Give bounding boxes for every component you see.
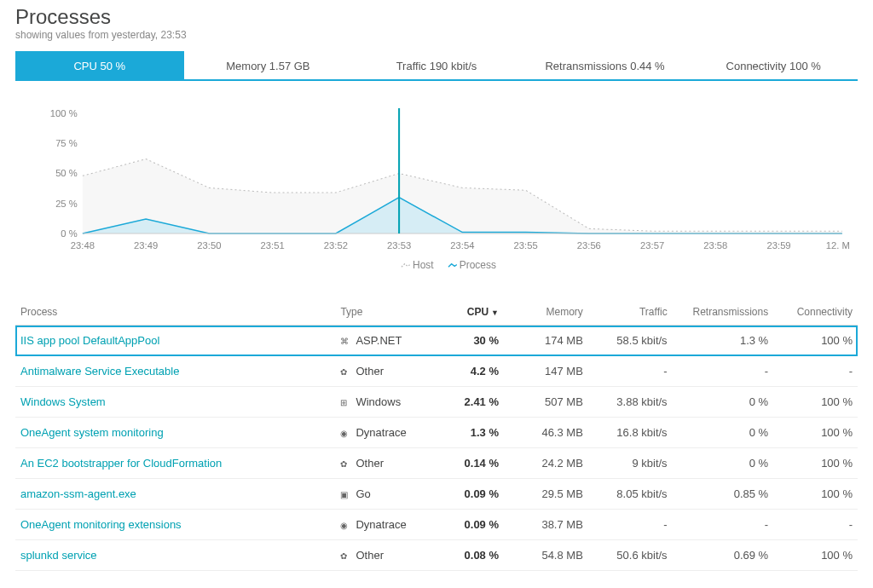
table-row[interactable]: OneAgent system monitoring◉Dynatrace1.3 … <box>15 418 858 448</box>
page-title: Processes <box>15 5 858 29</box>
table-row[interactable]: An EC2 bootstrapper for CloudFormation✿O… <box>15 448 858 479</box>
col-retransmissions[interactable]: Retransmissions <box>673 299 774 326</box>
cell-cpu: 0.08 % <box>436 540 504 571</box>
cell-cpu: 0.09 % <box>436 479 504 510</box>
col-process[interactable]: Process <box>15 299 335 326</box>
col-connectivity[interactable]: Connectivity <box>773 299 858 326</box>
cell-memory: 507 MB <box>504 387 588 418</box>
cell-traffic: 58.5 kbit/s <box>588 326 673 356</box>
svg-text:12. Mar: 12. Mar <box>826 240 849 251</box>
aspnet-icon: ⌘ <box>340 337 350 347</box>
process-table: Process Type CPU▼ Memory Traffic Retrans… <box>15 299 858 571</box>
cell-traffic: - <box>588 356 673 387</box>
dynatrace-icon: ◉ <box>340 521 350 531</box>
windows-icon: ⊞ <box>340 398 350 408</box>
cell-conn: 100 % <box>773 387 858 418</box>
col-traffic[interactable]: Traffic <box>588 299 673 326</box>
svg-text:23:53: 23:53 <box>387 240 411 251</box>
table-row[interactable]: amazon-ssm-agent.exe▣Go0.09 %29.5 MB8.05… <box>15 479 858 510</box>
col-type[interactable]: Type <box>335 299 436 326</box>
cell-cpu: 30 % <box>436 326 504 356</box>
cell-cpu: 0.14 % <box>436 448 504 479</box>
svg-text:23:59: 23:59 <box>767 240 791 251</box>
cell-conn: - <box>773 510 858 540</box>
cell-retrans: - <box>673 356 774 387</box>
tab-traffic[interactable]: Traffic 190 kbit/s <box>352 51 521 81</box>
table-row[interactable]: OneAgent monitoring extensions◉Dynatrace… <box>15 510 858 540</box>
metric-tabs: CPU 50 %Memory 1.57 GBTraffic 190 kbit/s… <box>15 51 858 81</box>
cell-conn: 100 % <box>773 418 858 448</box>
sort-desc-icon: ▼ <box>491 308 499 317</box>
table-row[interactable]: splunkd service✿Other0.08 %54.8 MB50.6 k… <box>15 540 858 571</box>
cell-memory: 46.3 MB <box>504 418 588 448</box>
svg-text:23:56: 23:56 <box>577 240 601 251</box>
cell-cpu: 1.3 % <box>436 418 504 448</box>
svg-text:23:51: 23:51 <box>261 240 285 251</box>
cell-retrans: - <box>673 510 774 540</box>
cell-conn: 100 % <box>773 326 858 356</box>
table-header: Process Type CPU▼ Memory Traffic Retrans… <box>15 299 858 326</box>
table-row[interactable]: Windows System⊞Windows2.41 %507 MB3.88 k… <box>15 387 858 418</box>
cell-retrans: 0.85 % <box>673 479 774 510</box>
tab-cpu[interactable]: CPU 50 % <box>15 51 184 81</box>
cell-memory: 38.7 MB <box>504 510 588 540</box>
col-cpu[interactable]: CPU▼ <box>436 299 504 326</box>
chart-legend: HostProcess <box>48 256 849 271</box>
cell-cpu: 4.2 % <box>436 356 504 387</box>
cell-traffic: 50.6 kbit/s <box>588 540 673 571</box>
cell-memory: 24.2 MB <box>504 448 588 479</box>
table-row[interactable]: IIS app pool DefaultAppPool⌘ASP.NET30 %1… <box>15 326 858 356</box>
cpu-chart[interactable]: 0 %25 %50 %75 %100 %23:4823:4923:5023:51… <box>15 98 858 277</box>
tab-retransmissions[interactable]: Retransmissions 0.44 % <box>521 51 690 81</box>
process-link[interactable]: Antimalware Service Executable <box>20 365 179 378</box>
go-icon: ▣ <box>340 490 350 500</box>
cell-retrans: 0 % <box>673 418 774 448</box>
cell-retrans: 0.69 % <box>673 540 774 571</box>
cell-memory: 174 MB <box>504 326 588 356</box>
process-link[interactable]: splunkd service <box>20 549 97 562</box>
legend-process[interactable]: Process <box>448 259 496 271</box>
gear-icon: ✿ <box>340 459 350 470</box>
svg-text:23:52: 23:52 <box>324 240 348 251</box>
svg-text:23:50: 23:50 <box>197 240 221 251</box>
svg-text:23:58: 23:58 <box>703 240 727 251</box>
svg-text:23:48: 23:48 <box>71 240 95 251</box>
cell-cpu: 0.09 % <box>436 510 504 540</box>
cell-retrans: 0 % <box>673 448 774 479</box>
table-row[interactable]: Antimalware Service Executable✿Other4.2 … <box>15 356 858 387</box>
svg-text:100 %: 100 % <box>50 108 78 118</box>
svg-text:23:55: 23:55 <box>514 240 538 251</box>
cell-traffic: 8.05 kbit/s <box>588 479 673 510</box>
svg-text:23:49: 23:49 <box>134 240 158 251</box>
tab-memory[interactable]: Memory 1.57 GB <box>184 51 353 81</box>
process-link[interactable]: amazon-ssm-agent.exe <box>20 487 136 500</box>
cell-retrans: 0 % <box>673 387 774 418</box>
cell-conn: 100 % <box>773 540 858 571</box>
cell-retrans: 1.3 % <box>673 326 774 356</box>
page-subtitle: showing values from yesterday, 23:53 <box>15 29 858 41</box>
dynatrace-icon: ◉ <box>340 429 350 439</box>
cell-memory: 54.8 MB <box>504 540 588 571</box>
process-link[interactable]: Windows System <box>20 395 106 408</box>
process-link[interactable]: An EC2 bootstrapper for CloudFormation <box>20 457 222 470</box>
cell-memory: 147 MB <box>504 356 588 387</box>
process-link[interactable]: OneAgent system monitoring <box>20 426 164 439</box>
process-link[interactable]: IIS app pool DefaultAppPool <box>20 334 159 347</box>
cell-traffic: 16.8 kbit/s <box>588 418 673 448</box>
cell-conn: 100 % <box>773 448 858 479</box>
cell-cpu: 2.41 % <box>436 387 504 418</box>
cell-conn: 100 % <box>773 479 858 510</box>
cell-traffic: 9 kbit/s <box>588 448 673 479</box>
svg-text:23:54: 23:54 <box>450 240 474 251</box>
legend-host[interactable]: Host <box>401 259 434 271</box>
cell-traffic: 3.88 kbit/s <box>588 387 673 418</box>
gear-icon: ✿ <box>340 367 350 378</box>
svg-text:23:57: 23:57 <box>640 240 664 251</box>
tab-connectivity[interactable]: Connectivity 100 % <box>689 51 858 81</box>
svg-text:50 %: 50 % <box>55 169 78 179</box>
gear-icon: ✿ <box>340 551 350 562</box>
cell-traffic: - <box>588 510 673 540</box>
process-link[interactable]: OneAgent monitoring extensions <box>20 518 182 531</box>
svg-text:75 %: 75 % <box>55 138 78 148</box>
col-memory[interactable]: Memory <box>504 299 588 326</box>
